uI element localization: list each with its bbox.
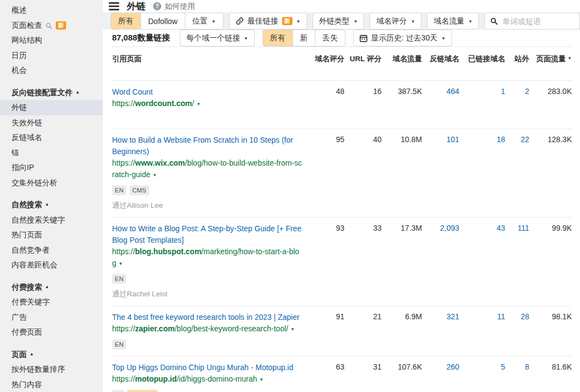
sidebar-item-referring-ips[interactable]: 指向IP [0, 160, 103, 175]
backlink-type-dropdown[interactable]: 外链类型 ▼ [313, 13, 365, 30]
linked-domains-link[interactable]: 43 [459, 223, 505, 232]
col-domain-rating[interactable]: 域名评分 [308, 54, 344, 64]
table-row: Top Up Higgs Domino Chip Ungu Murah - Mo… [112, 356, 572, 392]
referring-domains-link[interactable]: 2,093 [422, 223, 459, 232]
sidebar-section-organic-search[interactable]: 自然搜索 ▲ [0, 197, 103, 213]
sidebar-item-site-structure[interactable]: 网站结构 [0, 33, 103, 48]
calendar-icon [360, 34, 367, 42]
caret-down-icon[interactable]: ▼ [119, 261, 123, 266]
referring-page-url[interactable]: https://www.wix.com/blog/how-to-build-we… [112, 157, 303, 182]
sidebar-item-broken-backlinks[interactable]: 失效外链 [0, 115, 103, 131]
filter-all[interactable]: 所有 [111, 13, 141, 29]
help-link[interactable]: ? 如何使用 [153, 2, 195, 11]
referring-page-url[interactable]: https://wordcount.com/▼ [112, 98, 303, 110]
filter-position-dropdown[interactable]: 位置 ▼ [185, 13, 223, 29]
caret-down-icon[interactable]: ▼ [196, 102, 201, 107]
sidebar-item-backlinks[interactable]: 外链 [0, 100, 103, 115]
author-byline: 通过Rachel Leist [112, 289, 303, 299]
stats-bar: 87,088数量链接 每个域一个链接 ▼ 所有 新 丢失 显示历史: 过去30天… [103, 30, 580, 46]
col-referring-domains[interactable]: 反链域名 [422, 54, 459, 64]
caret-down-icon[interactable]: ▼ [259, 377, 263, 382]
col-url-rating[interactable]: URL 评分 [344, 54, 382, 64]
filter-dofollow[interactable]: Dofollow [141, 13, 185, 29]
sidebar-item-calendar[interactable]: 日历 [0, 48, 103, 63]
sidebar-section-paid-search[interactable]: 付费搜索 ▲ [0, 280, 103, 295]
col-external[interactable]: 站外 [505, 54, 529, 64]
caret-down-icon[interactable]: ▼ [290, 327, 295, 332]
status-lost[interactable]: 丢失 [315, 30, 345, 46]
col-linked-domains[interactable]: 已链接域名 [459, 54, 505, 64]
external-links-link[interactable]: 8 [505, 362, 529, 371]
caret-up-icon: ▲ [75, 85, 80, 100]
url-rating-value: 21 [344, 312, 382, 321]
referring-domains-link[interactable]: 464 [422, 86, 459, 96]
referring-page-url[interactable]: https://blog.hubspot.com/marketing/how-t… [112, 246, 303, 270]
domain-traffic-value: 17.3M [382, 223, 422, 232]
menu-icon[interactable] [109, 2, 119, 10]
sidebar-item-opportunities[interactable]: 机会 [0, 63, 103, 78]
language-badge: EN [112, 274, 126, 284]
sidebar-item-content-gap[interactable]: 内容差距机会 [0, 258, 103, 273]
one-link-per-domain-dropdown[interactable]: 每个域一个链接 ▼ [180, 30, 255, 46]
sidebar-item-ads[interactable]: 广告 [0, 310, 103, 325]
external-links-link[interactable]: 111 [505, 223, 529, 232]
history-dropdown[interactable]: 显示历史: 过去30天 ▼ [353, 30, 452, 46]
linked-domains-link[interactable]: 18 [459, 134, 505, 144]
search-input[interactable] [502, 17, 580, 26]
col-page-traffic-sorted[interactable]: 页面流量 ▼ [529, 54, 572, 64]
sidebar-item-top-content[interactable]: 热门内容 [0, 377, 103, 392]
domain-rating-value: 95 [308, 134, 344, 144]
platform-badge: CMS [130, 185, 149, 195]
status-new[interactable]: 新 [293, 30, 315, 46]
referring-page-link[interactable]: The 4 best free keyword research tools i… [112, 312, 303, 323]
external-links-link[interactable]: 28 [505, 312, 529, 321]
page-traffic-value: 99.9K [529, 223, 572, 232]
referring-page-link[interactable]: How to Write a Blog Post: A Step-by-Step… [112, 223, 303, 246]
sidebar-item-anchors[interactable]: 锚 [0, 145, 103, 161]
author-byline: 通过Allison Lee [112, 201, 303, 210]
col-domain-traffic[interactable]: 域名流量 [382, 54, 422, 64]
sidebar-item-referring-domains[interactable]: 反链域名 [0, 130, 103, 145]
caret-down-icon: ▼ [468, 19, 472, 24]
col-referring-page[interactable]: 引用页面 [112, 54, 308, 64]
external-links-link[interactable]: 2 [505, 86, 529, 96]
domain-rating-value: 91 [308, 312, 344, 321]
sidebar-section-backlink-profile[interactable]: 反向链接配置文件 ▲ [0, 85, 103, 101]
referring-domains-link[interactable]: 260 [422, 362, 459, 371]
referring-page-link[interactable]: How to Build a Website From Scratch in 1… [112, 134, 303, 157]
referring-page-link[interactable]: Top Up Higgs Domino Chip Ungu Murah - Mo… [112, 362, 303, 373]
referring-page-url[interactable]: https://zapier.com/blog/best-keyword-res… [112, 323, 303, 336]
caret-down-icon: ▼ [354, 19, 358, 24]
linked-domains-link[interactable]: 11 [459, 312, 505, 321]
filter-bar: 所有 Dofollow 位置 ▼ 最佳链接 新 ▼ 外链类型 ▼ 域名评分 ▼ … [103, 13, 580, 30]
page-traffic-value: 283.0K [529, 86, 572, 96]
status-all[interactable]: 所有 [263, 30, 293, 46]
status-filter-group: 所有 新 丢失 [262, 30, 345, 46]
referring-page-link[interactable]: Word Count [112, 86, 303, 98]
best-links-dropdown[interactable]: 最佳链接 新 ▼ [229, 13, 307, 30]
domain-rating-value: 48 [308, 86, 344, 96]
referring-domains-link[interactable]: 101 [422, 134, 459, 144]
referring-domains-link[interactable]: 321 [422, 312, 459, 321]
sidebar-item-organic-competitors[interactable]: 自然竞争者 [0, 243, 103, 258]
sidebar-section-pages[interactable]: 页面 ▲ [0, 347, 103, 362]
linked-domains-link[interactable]: 5 [459, 362, 505, 371]
table-row: How to Build a Website From Scratch in 1… [112, 129, 572, 218]
sort-desc-icon: ▼ [567, 56, 572, 61]
follow-filter-group: 所有 Dofollow 位置 ▼ [110, 13, 224, 30]
sidebar-item-paid-keywords[interactable]: 付费关键字 [0, 295, 103, 310]
sidebar-item-top-pages[interactable]: 热门页面 [0, 227, 103, 243]
referring-page-url[interactable]: https://motopup.id/id/higgs-domino-murah… [112, 373, 303, 386]
domain-rating-dropdown[interactable]: 域名评分 ▼ [370, 13, 421, 30]
domain-traffic-dropdown[interactable]: 域名流量 ▼ [427, 13, 479, 30]
external-links-link[interactable]: 22 [505, 134, 529, 144]
sidebar-item-best-by-links[interactable]: 按外链数量排序 [0, 362, 103, 377]
sidebar-item-paid-pages[interactable]: 付费页面 [0, 325, 103, 340]
caret-down-icon[interactable]: ▼ [153, 173, 157, 178]
sidebar-item-link-intersect[interactable]: 交集外链分析 [0, 175, 103, 191]
sidebar-item-page-check[interactable]: 页面检查 新 [0, 18, 103, 33]
linked-domains-link[interactable]: 1 [459, 86, 505, 96]
caret-down-icon: ▼ [244, 36, 248, 41]
sidebar-item-organic-keywords[interactable]: 自然搜索关键字 [0, 213, 103, 228]
sidebar-item-overview[interactable]: 概述 [0, 3, 103, 18]
